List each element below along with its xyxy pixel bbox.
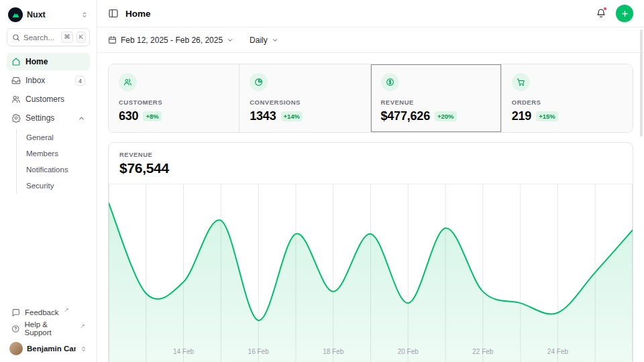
- subitem-label: Notifications: [26, 166, 68, 174]
- sidebar-subitem-notifications[interactable]: Notifications: [17, 162, 90, 178]
- workspace-selector[interactable]: Nuxt: [7, 5, 90, 28]
- stat-label: CUSTOMERS: [119, 99, 229, 106]
- user-name: Benjamin Canac: [27, 345, 76, 353]
- chevron-down-icon: [227, 37, 233, 44]
- gear-icon: [11, 113, 21, 123]
- sidebar-item-label: Inbox: [25, 76, 45, 85]
- stat-delta-badge: +20%: [435, 111, 457, 121]
- sidebar-item-inbox[interactable]: Inbox 4: [7, 72, 90, 89]
- search-icon: [12, 34, 20, 42]
- top-header: Home: [97, 0, 644, 27]
- calendar-icon: [108, 36, 117, 44]
- subitem-label: Members: [26, 149, 58, 158]
- chart-header: REVENUE $76,544: [109, 143, 633, 184]
- page-title: Home: [125, 9, 151, 19]
- stat-value: 219: [512, 109, 531, 123]
- chart-body: 14 Feb16 Feb18 Feb20 Feb22 Feb24 Feb: [109, 184, 633, 362]
- sidebar-collapse-button[interactable]: [108, 8, 119, 19]
- cart-icon: [512, 73, 530, 91]
- stat-delta-badge: +8%: [143, 111, 161, 121]
- chevron-up-down-icon: [80, 345, 87, 353]
- stat-delta-badge: +14%: [281, 111, 303, 121]
- sidebar-subitem-members[interactable]: Members: [17, 145, 90, 162]
- svg-text:22 Feb: 22 Feb: [472, 348, 494, 355]
- sidebar-item-home[interactable]: Home: [7, 53, 90, 70]
- sidebar-item-customers[interactable]: Customers: [7, 90, 90, 108]
- stat-card-conversions[interactable]: CONVERSIONS 1343 +14%: [239, 64, 370, 132]
- sidebar-item-label: Customers: [25, 95, 64, 104]
- page-content: CUSTOMERS 630 +8% CONVERSIONS 1343 +14%: [97, 53, 644, 362]
- main-area: Home Feb 12, 2025 - Feb 26, 2025 Daily: [97, 0, 644, 362]
- sidebar-subitem-security[interactable]: Security: [17, 178, 90, 194]
- subitem-label: Security: [26, 182, 54, 190]
- external-link-icon: ↗: [80, 322, 85, 329]
- granularity-select[interactable]: Daily: [250, 36, 278, 45]
- plus-icon: [621, 9, 629, 18]
- sidebar-item-settings[interactable]: Settings: [7, 109, 90, 127]
- stat-label: ORDERS: [512, 99, 623, 106]
- sidebar-subitem-general[interactable]: General: [17, 129, 90, 145]
- sidebar-nav: Home Inbox 4 Customers Settings General …: [7, 53, 90, 194]
- help-icon: [11, 324, 20, 333]
- inbox-icon: [11, 76, 21, 85]
- svg-text:14 Feb: 14 Feb: [173, 348, 195, 355]
- stat-card-revenue[interactable]: REVENUE $477,626 +20%: [371, 64, 502, 132]
- subitem-label: General: [26, 133, 54, 141]
- svg-text:18 Feb: 18 Feb: [323, 348, 344, 355]
- external-link-icon: ↗: [64, 306, 70, 313]
- scrollbar-thumb[interactable]: [640, 29, 643, 137]
- kbd-meta: ⌘: [61, 32, 73, 42]
- revenue-area-chart[interactable]: 14 Feb16 Feb18 Feb20 Feb22 Feb24 Feb: [109, 184, 633, 362]
- svg-text:24 Feb: 24 Feb: [547, 348, 569, 355]
- chart-pie-icon: [250, 73, 268, 91]
- chevron-up-down-icon: [80, 11, 89, 19]
- workspace-name: Nuxt: [27, 10, 76, 19]
- dollar-icon: [381, 73, 399, 91]
- chart-title: REVENUE: [119, 151, 622, 158]
- footer-item-label: Help & Support: [25, 320, 75, 337]
- stat-card-customers[interactable]: CUSTOMERS 630 +8%: [109, 64, 239, 132]
- svg-text:16 Feb: 16 Feb: [248, 348, 270, 355]
- stat-delta-badge: +15%: [536, 111, 558, 121]
- granularity-label: Daily: [250, 36, 268, 45]
- nuxt-logo-icon: [8, 7, 23, 22]
- stat-card-orders[interactable]: ORDERS 219 +15%: [502, 64, 633, 132]
- add-button[interactable]: [616, 5, 633, 22]
- settings-submenu: General Members Notifications Security: [16, 129, 90, 194]
- date-range-label: Feb 12, 2025 - Feb 26, 2025: [121, 36, 223, 45]
- revenue-chart-card: REVENUE $76,544 14 Feb16 Feb18 Feb20 Feb…: [108, 142, 633, 362]
- sidebar-item-label: Settings: [25, 113, 54, 123]
- scrollbar[interactable]: [640, 29, 643, 359]
- avatar: [9, 342, 23, 355]
- chevron-up-icon: [78, 115, 85, 122]
- stats-grid: CUSTOMERS 630 +8% CONVERSIONS 1343 +14%: [108, 64, 633, 133]
- search-input[interactable]: Search... ⌘ K: [7, 28, 90, 46]
- chevron-down-icon: [272, 37, 278, 44]
- panel-left-icon: [108, 8, 119, 19]
- date-range-picker[interactable]: Feb 12, 2025 - Feb 26, 2025: [108, 36, 233, 45]
- stat-value: 630: [119, 109, 138, 123]
- notifications-button[interactable]: [596, 8, 606, 19]
- user-menu[interactable]: Benjamin Canac: [7, 337, 90, 355]
- message-icon: [11, 308, 20, 317]
- chart-current-value: $76,544: [119, 160, 622, 176]
- stat-label: REVENUE: [381, 99, 491, 106]
- notification-dot: [603, 7, 607, 11]
- users-icon: [11, 95, 21, 104]
- sidebar-item-help-support[interactable]: Help & Support ↗: [7, 320, 90, 337]
- home-icon: [11, 57, 21, 66]
- sidebar: Nuxt Search... ⌘ K Home Inbox 4 Customer…: [0, 0, 97, 362]
- svg-text:20 Feb: 20 Feb: [398, 348, 419, 355]
- stat-value: $477,626: [381, 109, 430, 123]
- footer-item-label: Feedback: [25, 308, 59, 316]
- stat-label: CONVERSIONS: [250, 99, 360, 106]
- filter-toolbar: Feb 12, 2025 - Feb 26, 2025 Daily: [97, 27, 644, 53]
- kbd-k: K: [76, 32, 86, 42]
- sidebar-item-feedback[interactable]: Feedback ↗: [7, 304, 90, 320]
- users-icon: [119, 73, 137, 91]
- stat-value: 1343: [250, 109, 276, 123]
- sidebar-item-label: Home: [25, 57, 48, 66]
- header-actions: [596, 5, 633, 22]
- sidebar-spacer: [7, 194, 90, 304]
- search-placeholder: Search...: [23, 34, 58, 42]
